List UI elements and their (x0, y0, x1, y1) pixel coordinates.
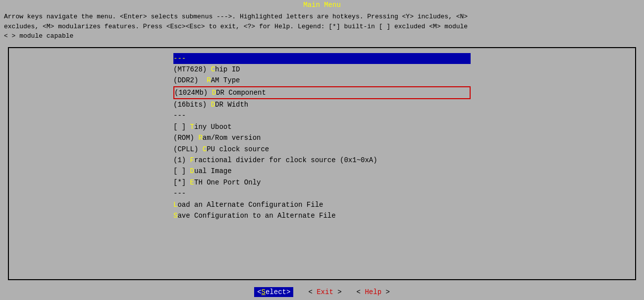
help-line1: Arrow keys navigate the menu. <Enter> se… (4, 13, 468, 20)
ddr-bracket: (1024Mb) (174, 89, 212, 97)
ram-bracket: (DDR2) (173, 76, 207, 84)
width-hotkey: D (211, 101, 215, 109)
menu-item-eth-port[interactable]: [*] ETH One Port Only (173, 177, 471, 188)
menu-item-sep3: --- (173, 188, 471, 199)
menu-item-ddr-component[interactable]: (1024Mb) DDR Component (173, 86, 471, 99)
menu-item-sep2: --- (173, 110, 471, 121)
title-text: Main Menu (303, 1, 341, 9)
menu-item-separator1[interactable]: --- (173, 53, 471, 64)
menu-item-load-config[interactable]: Load an Alternate Configuration File (173, 199, 471, 210)
bottom-bar: <Select> < Exit > < Help > (0, 284, 644, 300)
help-text: Arrow keys navigate the menu. <Enter> se… (0, 10, 644, 43)
ram-hotkey: R (207, 76, 211, 84)
dual-hotkey: D (190, 167, 194, 175)
cpu-hotkey: C (203, 145, 207, 153)
rom-rest: am/Rom version (203, 134, 261, 142)
frac-rest: ractional divider for clock source (0x1~… (194, 156, 377, 164)
ddr-hotkey: D (212, 89, 216, 97)
menu-item-frac-divider[interactable]: (1) Fractional divider for clock source … (173, 155, 471, 166)
width-bracket: (16bits) (173, 101, 211, 109)
chip-bracket: (MT7628) (173, 65, 211, 73)
width-rest: DR Width (215, 101, 248, 109)
menu-item-cpu-clock[interactable]: (CPLL) CPU clock source (173, 144, 471, 155)
ram-rest: AM Type (211, 76, 240, 84)
frac-bracket: (1) (173, 156, 190, 164)
eth-rest: TH One Port Only (194, 179, 261, 186)
rom-hotkey: R (198, 134, 202, 142)
title-bar: Main Menu (0, 0, 644, 10)
cpu-bracket: (CPLL) (173, 145, 203, 153)
dual-bracket: [ ] (173, 167, 190, 175)
cpu-rest: PU clock source (207, 145, 269, 153)
exit-label: Exit (317, 288, 333, 296)
eth-bracket: [*] (173, 179, 190, 186)
select-highlight: S (262, 288, 266, 296)
chip-rest: hip ID (215, 65, 240, 73)
menu-item-save-config[interactable]: Save Configuration to an Alternate File (173, 210, 471, 221)
menu-item-dual-image[interactable]: [ ] Dual Image (173, 166, 471, 177)
menu-item-ddr-width[interactable]: (16bits) DDR Width (173, 99, 471, 110)
help-line3: < > module capable (4, 32, 73, 40)
tiny-bracket: [ ] (173, 123, 190, 131)
menu-item-tiny-uboot[interactable]: [ ] Tiny Uboot (173, 121, 471, 132)
menu-item-ram-rom[interactable]: (ROM) Ram/Rom version (173, 132, 471, 143)
menu-item-chip-id[interactable]: (MT7628) Chip ID (173, 64, 471, 75)
tiny-rest: iny Uboot (194, 123, 232, 131)
chip-hotkey: C (211, 65, 215, 73)
exit-button-wrapper[interactable]: < Exit > (308, 288, 341, 296)
help-label: Help (365, 288, 381, 296)
dual-rest: ual Image (194, 167, 232, 175)
frac-hotkey: F (190, 156, 194, 164)
help-button-wrapper[interactable]: < Help > (357, 288, 390, 296)
load-rest: oad an Alternate Configuration File (177, 201, 323, 209)
help-line2: excludes, <M> modularizes features. Pres… (4, 23, 468, 30)
ddr-rest: DR Component (216, 89, 266, 97)
save-rest: ave Configuration to an Alternate File (177, 212, 335, 220)
rom-bracket: (ROM) (173, 134, 198, 142)
separator1-text: --- (173, 55, 186, 62)
main-container: Main Menu Arrow keys navigate the menu. … (0, 0, 644, 300)
tiny-hotkey: T (190, 123, 194, 131)
eth-hotkey: E (190, 179, 194, 186)
menu-item-ram-type[interactable]: (DDR2) RAM Type (173, 75, 471, 86)
select-button[interactable]: <Select> (254, 287, 293, 297)
menu-area: --- (MT7628) Chip ID (DDR2) RAM Type (10… (8, 47, 636, 281)
